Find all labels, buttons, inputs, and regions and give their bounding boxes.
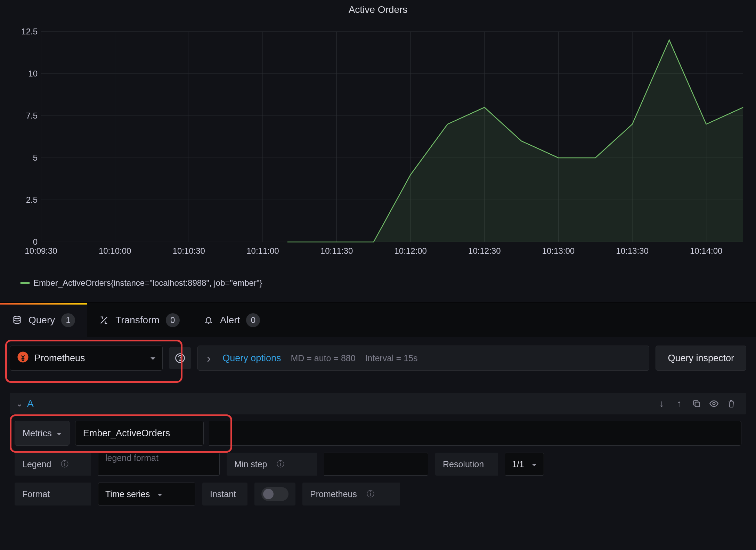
query-editor: Prometheus Query options MD = auto = 880…	[0, 337, 756, 520]
svg-rect-18	[22, 358, 25, 359]
transform-icon	[99, 315, 109, 325]
chart-title: Active Orders	[6, 4, 750, 15]
datasource-name: Prometheus	[34, 353, 85, 364]
format-select[interactable]: Time series	[98, 483, 195, 505]
annotation-highlight	[5, 340, 182, 383]
query-row-body: Metrics Ember_ActiveOrders Legend ⓘ lege…	[10, 414, 746, 512]
x-tick: 10:13:30	[616, 246, 648, 256]
query-options-bar[interactable]: Query options MD = auto = 880 Interval =…	[197, 346, 649, 371]
chevron-down-icon: ⌄	[16, 399, 23, 409]
chart-svg	[10, 21, 747, 268]
tab-count-badge: 0	[166, 313, 180, 327]
metrics-browser-button[interactable]: Metrics	[15, 421, 70, 446]
instant-label: Instant	[202, 483, 247, 505]
interval-text: Interval = 15s	[365, 353, 418, 363]
resolution-label: Resolution	[435, 453, 498, 476]
delete-button[interactable]	[723, 395, 740, 412]
svg-point-16	[14, 316, 21, 318]
x-tick: 10:11:00	[246, 246, 279, 256]
chevron-down-icon	[532, 459, 537, 469]
duplicate-button[interactable]	[688, 395, 705, 412]
tab-label: Query	[29, 315, 55, 326]
chevron-down-icon	[151, 353, 155, 363]
chevron-down-icon	[157, 489, 162, 499]
minstep-input[interactable]	[324, 453, 428, 476]
datasource-picker[interactable]: Prometheus	[10, 346, 163, 371]
minstep-label: Min step ⓘ	[227, 453, 317, 476]
editor-tabs: Query 1 Transform 0 Alert 0	[0, 302, 756, 337]
tab-query[interactable]: Query 1	[0, 303, 87, 337]
info-icon[interactable]: ⓘ	[61, 459, 68, 469]
chevron-right-icon	[207, 351, 213, 365]
svg-point-22	[713, 403, 715, 405]
datasource-help-button[interactable]	[169, 347, 191, 369]
tab-label: Transform	[115, 315, 160, 326]
query-options-link[interactable]: Query options	[222, 353, 281, 364]
prometheus-icon	[17, 351, 29, 365]
legend-swatch	[20, 282, 30, 284]
input-value: Ember_ActiveOrders	[83, 428, 170, 439]
x-tick: 10:14:00	[690, 246, 722, 256]
query-ref-id: A	[27, 398, 34, 409]
query-row-header[interactable]: ⌄ A ↓ ↑	[10, 393, 746, 414]
metric-query-input[interactable]: Ember_ActiveOrders	[75, 421, 204, 446]
prometheus-label: Prometheus ⓘ	[302, 483, 400, 505]
info-icon[interactable]: ⓘ	[367, 489, 374, 499]
legend-label: Legend ⓘ	[15, 453, 91, 476]
select-value: Time series	[105, 489, 150, 499]
tab-transform[interactable]: Transform 0	[87, 303, 192, 337]
database-icon	[12, 315, 22, 325]
move-down-button[interactable]: ↓	[653, 395, 670, 412]
button-label: Metrics	[23, 428, 52, 439]
query-inspector-button[interactable]: Query inspector	[656, 346, 746, 371]
select-value: 1/1	[512, 459, 524, 469]
move-up-button[interactable]: ↑	[670, 395, 688, 412]
tab-count-badge: 0	[246, 313, 260, 327]
bell-icon	[203, 315, 214, 325]
x-tick: 10:09:30	[25, 246, 57, 256]
x-tick: 10:12:30	[468, 246, 501, 256]
chart-legend[interactable]: Ember_ActiveOrders{instance="localhost:8…	[20, 278, 750, 288]
md-text: MD = auto = 880	[291, 353, 355, 363]
svg-rect-21	[695, 402, 700, 407]
metric-query-input-extension[interactable]	[209, 421, 741, 446]
tab-alert[interactable]: Alert 0	[192, 303, 272, 337]
x-tick: 10:11:30	[320, 246, 353, 256]
resolution-select[interactable]: 1/1	[505, 453, 544, 476]
chart-panel: Active Orders 0 2.5 5 7.5 10 12.5 10:09:…	[0, 0, 756, 302]
legend-format-input[interactable]: legend format	[98, 453, 220, 476]
tab-label: Alert	[220, 315, 240, 326]
toggle-visibility-button[interactable]	[705, 395, 723, 412]
format-label: Format	[15, 483, 91, 505]
x-tick: 10:13:00	[542, 246, 575, 256]
instant-toggle[interactable]	[261, 487, 288, 501]
chart-plot-area[interactable]: 0 2.5 5 7.5 10 12.5 10:09:3010:10:0010:1…	[10, 21, 747, 268]
legend-label: Ember_ActiveOrders{instance="localhost:8…	[33, 278, 262, 288]
svg-point-20	[180, 360, 180, 361]
x-tick: 10:10:30	[173, 246, 205, 256]
x-tick: 10:10:00	[99, 246, 131, 256]
x-tick: 10:12:00	[394, 246, 426, 256]
info-icon[interactable]: ⓘ	[277, 459, 284, 469]
chevron-down-icon	[57, 428, 62, 439]
tab-count-badge: 1	[61, 313, 75, 327]
button-label: Query inspector	[668, 353, 734, 364]
